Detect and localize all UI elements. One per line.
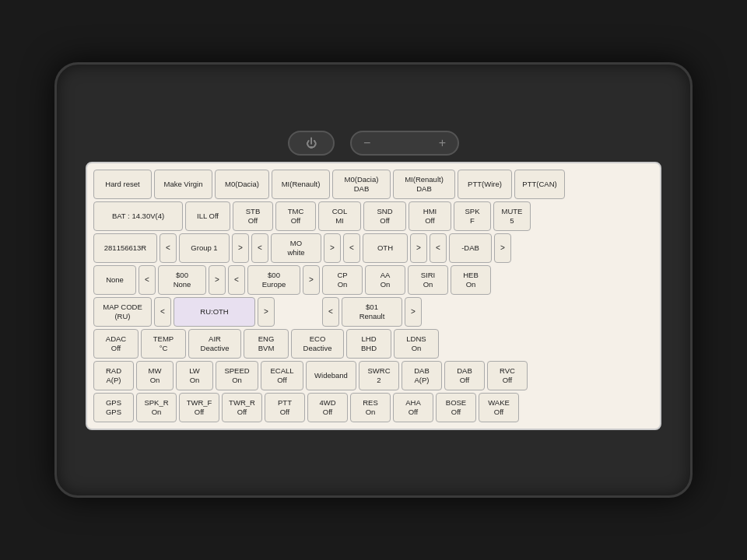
nav-rt-1[interactable]: > xyxy=(232,233,249,263)
aa-on-btn[interactable]: AAOn xyxy=(365,265,405,295)
adac-off-btn[interactable]: ADACOff xyxy=(93,329,139,359)
nav-lt-7[interactable]: < xyxy=(154,297,171,327)
none-btn[interactable]: None xyxy=(93,265,136,295)
4wd-off-btn[interactable]: 4WDOff xyxy=(307,393,348,422)
snd-off-btn[interactable]: SNDOff xyxy=(363,201,406,231)
s01-renault-btn[interactable]: $01Renault xyxy=(342,297,402,327)
col-mi-btn[interactable]: COLMI xyxy=(318,201,361,231)
row-8: GPSGPS SPK_ROn TWR_FOff TWR_ROff PTTOff … xyxy=(93,393,654,422)
ptt-wire-btn[interactable]: PTT(Wire) xyxy=(458,170,512,199)
plus-icon[interactable]: + xyxy=(439,136,446,150)
row-5: MAP CODE(RU) < RU:OTH > < $01Renault > xyxy=(93,297,654,327)
row-1: Hard reset Make Virgin M0(Dacia) MI(Rena… xyxy=(93,170,654,199)
nav-rt-3[interactable]: > xyxy=(410,233,427,263)
device-frame: ⏻ − + Hard reset Make Virgin M0(Dacia) M… xyxy=(54,62,693,498)
rvc-off-btn[interactable]: RVCOff xyxy=(487,361,528,390)
mw-on-btn[interactable]: MWOn xyxy=(136,361,174,390)
oth-btn[interactable]: OTH xyxy=(363,233,408,263)
top-controls: ⏻ − + xyxy=(68,131,679,156)
siri-on-btn[interactable]: SIRIOn xyxy=(408,265,448,295)
make-virgin-btn[interactable]: Make Virgin xyxy=(154,170,212,199)
wideband-btn[interactable]: Wideband xyxy=(306,361,356,390)
s00-none-btn[interactable]: $00None xyxy=(158,265,206,295)
lw-on-btn[interactable]: LWOn xyxy=(176,361,213,390)
mo-white-btn[interactable]: MOwhite xyxy=(271,233,321,263)
nav-rt-6[interactable]: > xyxy=(303,265,320,295)
spk-f-btn[interactable]: SPKF xyxy=(454,201,491,231)
nav-lt-6[interactable]: < xyxy=(228,265,245,295)
swrc-2-btn[interactable]: SWRC2 xyxy=(359,361,399,390)
group1-btn[interactable]: Group 1 xyxy=(179,233,230,263)
ru-oth-display: RU:OTH xyxy=(174,297,255,327)
volume-control: − + xyxy=(350,131,459,156)
nav-lt-3[interactable]: < xyxy=(343,233,360,263)
row-2: BAT : 14.30V(4) ILL Off STBOff TMCOff CO… xyxy=(93,201,654,231)
stb-off-btn[interactable]: STBOff xyxy=(233,201,273,231)
row-6: ADACOff TEMP°C AIRDeactive ENGBVM ECODea… xyxy=(93,329,654,359)
lhd-bhd-btn[interactable]: LHDBHD xyxy=(346,329,391,359)
res-on-btn[interactable]: RESOn xyxy=(350,393,391,422)
nav-rt-2[interactable]: > xyxy=(324,233,341,263)
minus-icon[interactable]: − xyxy=(363,136,370,150)
twr-r-btn[interactable]: TWR_ROff xyxy=(222,393,262,422)
nav-rt-7[interactable]: > xyxy=(258,297,275,327)
eng-bvm-btn[interactable]: ENGBVM xyxy=(244,329,289,359)
dab-neg-btn[interactable]: -DAB xyxy=(449,233,492,263)
air-deactive-btn[interactable]: AIRDeactive xyxy=(188,329,241,359)
tmc-off-btn[interactable]: TMCOff xyxy=(275,201,316,231)
speed-on-btn[interactable]: SPEEDOn xyxy=(216,361,258,390)
aha-off-btn[interactable]: AHAOff xyxy=(393,393,433,422)
ill-off-btn[interactable]: ILL Off xyxy=(185,201,230,231)
bose-off-btn[interactable]: BOSEOff xyxy=(436,393,476,422)
map-code-btn[interactable]: MAP CODE(RU) xyxy=(93,297,152,327)
m0-dacia-dab-btn[interactable]: M0(Dacia)DAB xyxy=(332,170,391,199)
eco-deactive-btn[interactable]: ECODeactive xyxy=(291,329,344,359)
nav-rt-8[interactable]: > xyxy=(405,297,422,327)
nav-lt-1[interactable]: < xyxy=(160,233,177,263)
ecall-off-btn[interactable]: ECALLOff xyxy=(261,361,303,390)
cp-on-btn[interactable]: CPOn xyxy=(322,265,363,295)
nav-lt-8[interactable]: < xyxy=(322,297,339,327)
dab-ap-btn[interactable]: DABA(P) xyxy=(402,361,442,390)
s00-europe-btn[interactable]: $00Europe xyxy=(247,265,300,295)
row-7: RADA(P) MWOn LWOn SPEEDOn ECALLOff Wideb… xyxy=(93,361,654,390)
hmi-off-btn[interactable]: HMIOff xyxy=(409,201,451,231)
button-grid: Hard reset Make Virgin M0(Dacia) MI(Rena… xyxy=(93,170,654,422)
power-button[interactable]: ⏻ xyxy=(288,131,335,156)
ldns-on-btn[interactable]: LDNSOn xyxy=(394,329,439,359)
rad-ap-btn[interactable]: RADA(P) xyxy=(93,361,134,390)
screen: Hard reset Make Virgin M0(Dacia) MI(Rena… xyxy=(86,162,661,430)
ptt-can-btn[interactable]: PTT(CAN) xyxy=(514,170,565,199)
nav-rt-5[interactable]: > xyxy=(209,265,226,295)
serial-display: 281156613R xyxy=(93,233,157,263)
gps-btn[interactable]: GPSGPS xyxy=(93,393,134,422)
dab-off-btn[interactable]: DABOff xyxy=(444,361,485,390)
twr-f-btn[interactable]: TWR_FOff xyxy=(179,393,219,422)
m0-dacia-btn[interactable]: M0(Dacia) xyxy=(215,170,269,199)
wake-off-btn[interactable]: WAKEOff xyxy=(479,393,519,422)
spk-r-btn[interactable]: SPK_ROn xyxy=(136,393,177,422)
bat-display: BAT : 14.30V(4) xyxy=(93,201,183,231)
ptt-off-btn[interactable]: PTTOff xyxy=(265,393,305,422)
mi-renault-btn[interactable]: MI(Renault) xyxy=(272,170,330,199)
row-4: None < $00None > < $00Europe > CPOn AAOn… xyxy=(93,265,654,295)
temp-c-btn[interactable]: TEMP°C xyxy=(141,329,186,359)
nav-rt-4[interactable]: > xyxy=(494,233,511,263)
mi-renault-dab-btn[interactable]: MI(Renault)DAB xyxy=(393,170,455,199)
nav-lt-5[interactable]: < xyxy=(139,265,156,295)
mute-5-btn[interactable]: MUTE5 xyxy=(493,201,531,231)
nav-lt-2[interactable]: < xyxy=(251,233,268,263)
heb-on-btn[interactable]: HEBOn xyxy=(451,265,491,295)
row-3: 281156613R < Group 1 > < MOwhite > < OTH… xyxy=(93,233,654,263)
nav-lt-4[interactable]: < xyxy=(430,233,447,263)
hard-reset-btn[interactable]: Hard reset xyxy=(93,170,152,199)
